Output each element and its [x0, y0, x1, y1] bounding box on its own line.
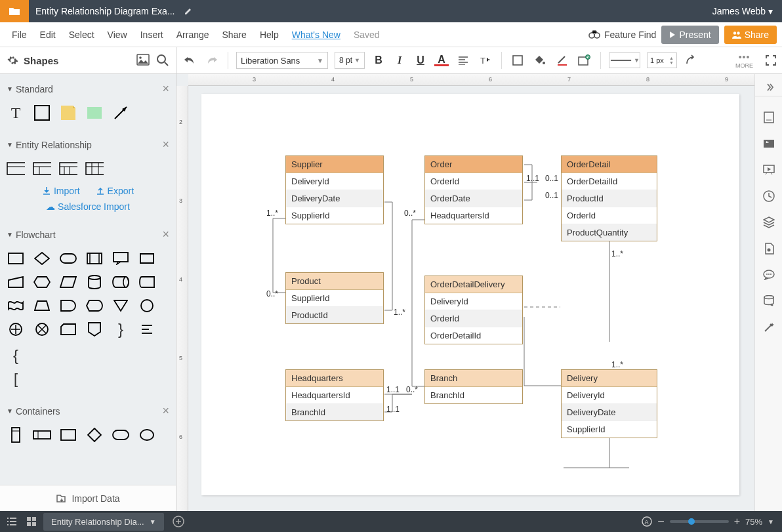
zoom-out-icon[interactable]: − — [657, 515, 665, 529]
fc-offpage[interactable] — [85, 320, 104, 338]
text-options-button[interactable]: T — [478, 52, 493, 68]
fc-connector[interactable] — [138, 297, 156, 315]
data-icon[interactable] — [761, 241, 777, 256]
fc-hex[interactable] — [33, 273, 51, 291]
zoom-level[interactable]: 75% — [745, 517, 762, 527]
chat-icon[interactable] — [761, 267, 777, 283]
entity-delivery[interactable]: Delivery DeliveryId DeliveryDate Supplie… — [561, 369, 657, 438]
fc-internal[interactable] — [138, 249, 156, 268]
section-flowchart[interactable]: ▼ Flowchart × — [7, 225, 169, 247]
entity-orderdetaildelivery[interactable]: OrderDetailDelivery DeliveryId OrderId O… — [424, 276, 523, 344]
menu-insert[interactable]: Insert — [134, 30, 170, 40]
underline-button[interactable]: U — [413, 54, 428, 66]
search-icon[interactable] — [156, 54, 169, 67]
fc-stored[interactable] — [138, 273, 156, 291]
italic-button[interactable]: I — [392, 54, 407, 66]
fc-callout[interactable] — [112, 249, 130, 268]
canvas[interactable]: 1..* 0..* 1..* 0..* 1..1 0..1 0..1 1..* … — [188, 86, 754, 511]
page-tab[interactable]: Entity Relationship Dia... ▼ — [43, 513, 164, 531]
line-color-button[interactable] — [554, 52, 570, 68]
collapse-panel-icon[interactable] — [755, 78, 782, 96]
salesforce-import-link[interactable]: ☁ Salesforce Import — [7, 199, 169, 215]
edit-title-icon[interactable] — [184, 7, 193, 16]
close-icon[interactable]: × — [162, 82, 169, 96]
import-data-button[interactable]: Import Data — [0, 485, 176, 511]
fc-note[interactable] — [138, 320, 156, 338]
menu-view[interactable]: View — [101, 30, 134, 40]
folder-icon[interactable] — [0, 0, 29, 22]
shape-options-button[interactable] — [577, 52, 592, 68]
shape-outline-button[interactable] — [510, 52, 525, 68]
undo-icon[interactable] — [182, 52, 197, 68]
history-icon[interactable] — [761, 188, 777, 204]
ct-3[interactable] — [59, 426, 77, 444]
gear-icon[interactable] — [7, 54, 18, 66]
line-width-select[interactable]: 1 px▲▼ — [647, 52, 677, 68]
more-button[interactable]: ••• MORE — [735, 52, 753, 69]
fc-rect[interactable] — [7, 249, 25, 268]
er-shape-4[interactable] — [85, 159, 104, 178]
comment-icon[interactable]: ❝ — [761, 136, 777, 152]
fc-or[interactable] — [33, 320, 51, 338]
page-icon[interactable] — [761, 110, 777, 125]
user-menu[interactable]: James Webb ▾ — [703, 6, 782, 16]
arrow-shape[interactable] — [112, 104, 130, 122]
menu-share[interactable]: Share — [216, 30, 253, 40]
fc-brace-l[interactable]: { — [7, 346, 25, 365]
entity-supplier[interactable]: Supplier DeliveryId DeliveryDate Supplie… — [285, 155, 384, 224]
section-er[interactable]: ▼ Entity Relationship × — [7, 135, 169, 157]
text-color-button[interactable]: A — [434, 55, 449, 66]
present-button[interactable]: Present — [661, 26, 718, 44]
export-link[interactable]: Export — [96, 186, 134, 196]
fc-merge[interactable] — [112, 297, 130, 315]
magic-icon[interactable] — [761, 319, 777, 335]
fc-data[interactable] — [59, 273, 77, 291]
bold-button[interactable]: B — [371, 54, 386, 66]
grid-view-icon[interactable] — [20, 517, 39, 526]
menu-arrange[interactable]: Arrange — [170, 30, 216, 40]
zoom-slider[interactable] — [670, 520, 729, 523]
chevron-down-icon[interactable]: ▼ — [768, 518, 774, 525]
menu-help[interactable]: Help — [253, 30, 285, 40]
close-icon[interactable]: × — [162, 404, 169, 418]
fc-predef[interactable] — [85, 249, 104, 268]
auto-zoom-icon[interactable]: A — [642, 516, 652, 527]
whats-new-link[interactable]: What's New — [285, 30, 347, 40]
redo-icon[interactable] — [204, 52, 220, 68]
note-shape[interactable] — [59, 104, 77, 122]
entity-headquarters[interactable]: Headquarters HeadquartersId BranchId — [285, 369, 384, 421]
fc-delay[interactable] — [59, 297, 77, 315]
font-size-select[interactable]: 8 pt▼ — [335, 52, 365, 69]
feature-find[interactable]: Feature Find — [588, 30, 656, 40]
fc-display[interactable] — [85, 297, 104, 315]
er-shape-2[interactable] — [33, 159, 51, 178]
close-icon[interactable]: × — [162, 138, 169, 152]
fullscreen-icon[interactable] — [765, 54, 777, 66]
section-standard[interactable]: ▼ Standard × — [7, 79, 169, 101]
fc-database[interactable] — [85, 273, 104, 291]
ct-6[interactable] — [138, 426, 156, 444]
entity-branch[interactable]: Branch BranchId — [424, 369, 523, 404]
menu-edit[interactable]: Edit — [33, 30, 62, 40]
menu-select[interactable]: Select — [62, 30, 101, 40]
fc-tape[interactable] — [7, 297, 25, 315]
entity-order[interactable]: Order OrderId OrderDate HeadquartersId — [424, 155, 523, 224]
ct-4[interactable] — [85, 426, 104, 444]
page[interactable]: 1..* 0..* 1..* 0..* 1..1 0..1 0..1 1..* … — [201, 94, 739, 495]
image-icon[interactable] — [136, 54, 150, 67]
fill-button[interactable] — [532, 52, 548, 68]
fc-terminator[interactable] — [59, 249, 77, 268]
share-button[interactable]: Share — [724, 26, 777, 44]
entity-orderdetail[interactable]: OrderDetail OrderDetailId ProductId Orde… — [561, 155, 657, 241]
er-shape-3[interactable] — [59, 159, 77, 178]
fc-brace-r[interactable]: } — [112, 320, 130, 338]
ct-1[interactable] — [7, 426, 25, 444]
zoom-in-icon[interactable]: + — [734, 516, 740, 527]
add-page-icon[interactable] — [169, 516, 188, 527]
text-shape[interactable]: T — [7, 104, 25, 122]
close-icon[interactable]: × — [162, 228, 169, 241]
er-shape-1[interactable] — [7, 159, 25, 178]
ct-5[interactable] — [112, 426, 130, 444]
ct-2[interactable] — [33, 426, 51, 444]
align-button[interactable] — [455, 52, 471, 68]
